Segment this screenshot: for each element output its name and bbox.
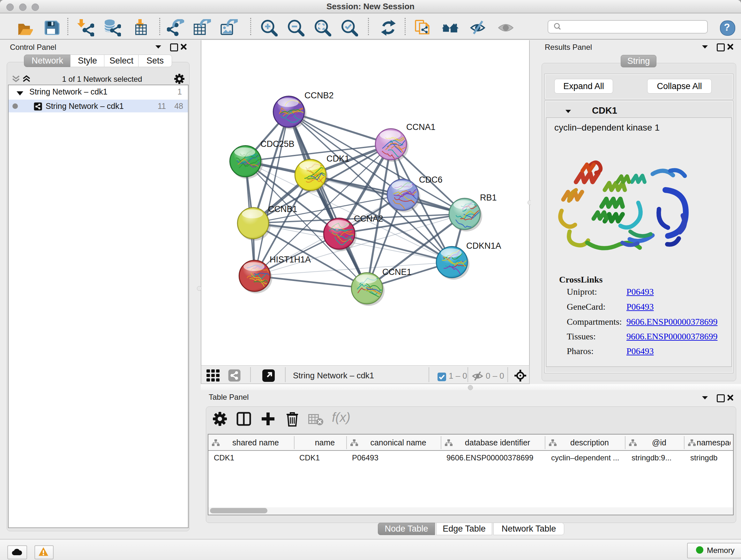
svg-text:CDC25B: CDC25B: [260, 139, 294, 149]
svg-text:RB1: RB1: [480, 193, 497, 202]
svg-text:CCNB1: CCNB1: [268, 204, 297, 214]
svg-text:HIST1H1A: HIST1H1A: [270, 255, 311, 264]
svg-text:CDKN1A: CDKN1A: [466, 241, 501, 251]
svg-text:CDC6: CDC6: [419, 175, 443, 185]
svg-text:CCNA1: CCNA1: [406, 122, 435, 132]
svg-text:CCNE1: CCNE1: [382, 267, 412, 277]
svg-text:CDK1: CDK1: [327, 154, 349, 164]
svg-text:CCNB2: CCNB2: [305, 91, 334, 100]
svg-text:CCNA2: CCNA2: [354, 214, 383, 224]
